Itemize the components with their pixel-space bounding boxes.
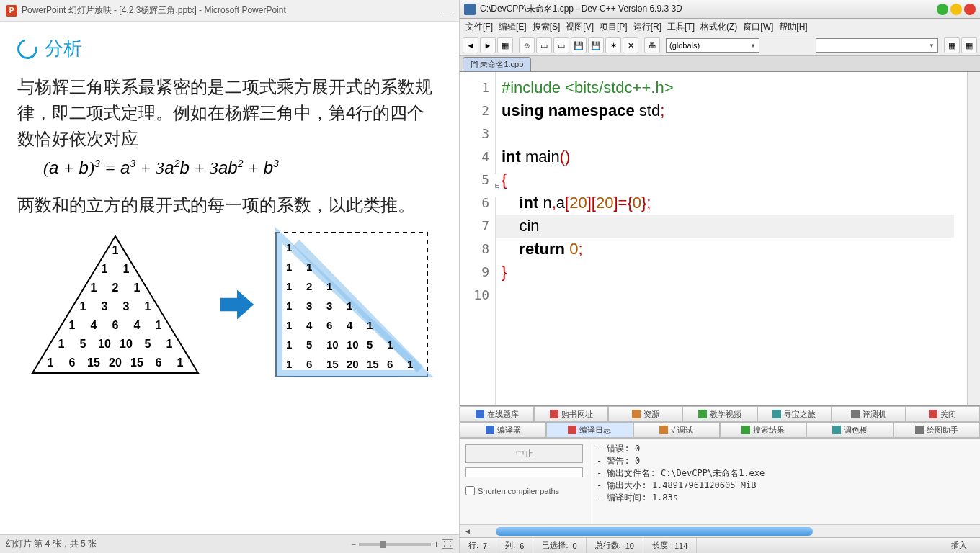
menu-item[interactable]: 项目[P]	[598, 19, 629, 35]
svg-text:4: 4	[306, 319, 313, 331]
panel-tab-row-1: 在线题库购书网址资源教学视频寻宝之旅评测机关闭	[460, 406, 980, 422]
window-maximize-icon[interactable]	[950, 4, 962, 15]
horizontal-scrollbar[interactable]: ◄	[460, 524, 980, 537]
code-editor[interactable]: 12345678910 #include <bits/stdc++.h>usin…	[460, 72, 980, 405]
shorten-paths-input[interactable]	[466, 486, 475, 495]
svg-text:5: 5	[367, 338, 373, 351]
panel-tab[interactable]: 评测机	[832, 406, 906, 422]
scope-combo[interactable]: (globals)▼	[666, 38, 760, 53]
svg-text:1: 1	[286, 241, 292, 253]
save-button[interactable]: 💾	[571, 37, 587, 53]
refresh-icon	[14, 35, 41, 62]
zoom-out-icon[interactable]: −	[351, 539, 356, 549]
slide-content: 分析 与杨辉三角联系最紧密的是二项式乘方展开式的系数规律，即二项式定理。例如在杨…	[0, 22, 459, 534]
panel-tab[interactable]: 编译日志	[546, 422, 633, 438]
compile-controls: 中止 Shorten compiler paths	[460, 439, 589, 524]
analysis-label: 分析	[45, 36, 82, 61]
menu-item[interactable]: 文件[F]	[464, 19, 494, 35]
panel-tab[interactable]: 关闭	[906, 406, 980, 422]
svg-text:20: 20	[109, 356, 122, 369]
panel-tab[interactable]: 绘图助手	[894, 422, 980, 438]
zoom-control[interactable]: − + ⛶	[351, 539, 453, 549]
tb-btn-3[interactable]: ▦	[497, 37, 513, 53]
svg-text:1: 1	[144, 300, 151, 313]
tb-btn-end2[interactable]: ▦	[961, 37, 977, 53]
svg-text:3: 3	[101, 300, 107, 313]
svg-text:1: 1	[47, 356, 53, 369]
powerpoint-pane: P PowerPoint 幻灯片放映 - [4.2.3杨辉三角.pptx] - …	[0, 0, 460, 553]
svg-text:1: 1	[68, 319, 75, 331]
devcpp-titlebar: C:\DevCPP\未命名1.cpp - Dev-C++ Version 6.9…	[460, 0, 980, 19]
vertical-scrollbar[interactable]	[967, 72, 980, 405]
svg-text:6: 6	[326, 319, 332, 331]
svg-text:15: 15	[130, 356, 143, 369]
svg-text:1: 1	[286, 280, 292, 292]
file-tabstrip: [*] 未命名1.cpp	[460, 56, 980, 72]
open-button[interactable]: ▭	[553, 37, 569, 53]
arrow-right-icon	[217, 284, 257, 325]
window-close-icon[interactable]	[964, 4, 976, 15]
svg-text:1: 1	[133, 282, 140, 294]
svg-text:1: 1	[155, 319, 161, 331]
window-minimize-icon[interactable]	[937, 4, 948, 15]
panel-tab[interactable]: √ 调试	[633, 422, 720, 438]
fit-icon[interactable]: ⛶	[442, 539, 453, 549]
tb-btn-10[interactable]: ✕	[623, 37, 638, 53]
shorten-paths-checkbox[interactable]: Shorten compiler paths	[466, 486, 583, 495]
panel-tab[interactable]: 购书网址	[534, 406, 608, 422]
svg-marker-0	[32, 236, 198, 373]
panel-tab[interactable]: 调色板	[806, 422, 893, 438]
code-area[interactable]: #include <bits/stdc++.h>using namespace …	[496, 72, 967, 405]
file-tab[interactable]: [*] 未命名1.cpp	[463, 57, 531, 71]
svg-text:1: 1	[367, 319, 373, 331]
menu-item[interactable]: 工具[T]	[666, 19, 696, 35]
panel-tab[interactable]: 在线题库	[460, 406, 534, 422]
tb-btn-4[interactable]: ☺	[519, 37, 535, 53]
svg-text:5: 5	[306, 338, 312, 351]
panel-tab[interactable]: 搜索结果	[720, 422, 806, 438]
stop-button[interactable]: 中止	[466, 444, 583, 463]
svg-text:1: 1	[326, 280, 332, 292]
save-all-button[interactable]: 💾	[588, 37, 604, 53]
triangle-diagram: 111121133114641151010511615201561 111121…	[17, 225, 442, 384]
toolbar: ◄ ► ▦ ☺ ▭ ▭ 💾 💾 ✶ ✕ 🖶 (globals)▼ ▼ ▦ ▦	[460, 35, 980, 56]
menu-item[interactable]: 格式化(Z)	[699, 19, 739, 35]
menu-item[interactable]: 搜索[S]	[531, 19, 562, 35]
back-button[interactable]: ◄	[463, 37, 478, 53]
panel-tab-row-2: 编译器编译日志√ 调试搜索结果调色板绘图助手	[460, 422, 980, 438]
panel-tab[interactable]: 教学视频	[682, 406, 757, 422]
tb-btn-9[interactable]: ✶	[605, 37, 621, 53]
svg-text:5: 5	[144, 338, 151, 350]
forward-button[interactable]: ►	[480, 37, 496, 53]
svg-text:1: 1	[286, 300, 292, 312]
panel-tab[interactable]: 资源	[608, 406, 682, 422]
menu-item[interactable]: 帮助[H]	[778, 19, 808, 35]
menubar[interactable]: 文件[F]编辑[E]搜索[S]视图[V]项目[P]运行[R]工具[T]格式化(Z…	[460, 19, 980, 35]
print-button[interactable]: 🖶	[644, 37, 660, 53]
zoom-slider[interactable]	[359, 543, 431, 546]
panel-tab[interactable]: 寻宝之旅	[757, 406, 832, 422]
menu-item[interactable]: 窗口[W]	[741, 19, 775, 35]
svg-text:3: 3	[122, 300, 129, 313]
minimize-icon[interactable]: —	[443, 5, 453, 17]
devcpp-icon	[464, 4, 476, 15]
panel-tab[interactable]: 编译器	[460, 422, 546, 438]
svg-text:2: 2	[112, 282, 118, 294]
compile-progress	[466, 467, 583, 477]
new-button[interactable]: ▭	[536, 37, 552, 53]
menu-item[interactable]: 视图[V]	[564, 19, 595, 35]
zoom-in-icon[interactable]: +	[434, 539, 439, 549]
svg-text:3: 3	[306, 300, 312, 312]
symbol-combo[interactable]: ▼	[816, 38, 938, 53]
menu-item[interactable]: 编辑[E]	[497, 19, 528, 35]
svg-text:1: 1	[286, 358, 292, 370]
paragraph-2: 两数和的立方的展开式的每一项的系数，以此类推。	[17, 192, 442, 218]
svg-text:6: 6	[112, 319, 118, 331]
tb-btn-end1[interactable]: ▦	[944, 37, 960, 53]
svg-text:1: 1	[177, 356, 183, 369]
menu-item[interactable]: 运行[R]	[632, 19, 663, 35]
powerpoint-statusbar: 幻灯片 第 4 张，共 5 张 − + ⛶	[0, 534, 459, 553]
slide-counter: 幻灯片 第 4 张，共 5 张	[6, 538, 97, 550]
svg-text:1: 1	[286, 319, 292, 331]
svg-text:1: 1	[112, 244, 118, 256]
